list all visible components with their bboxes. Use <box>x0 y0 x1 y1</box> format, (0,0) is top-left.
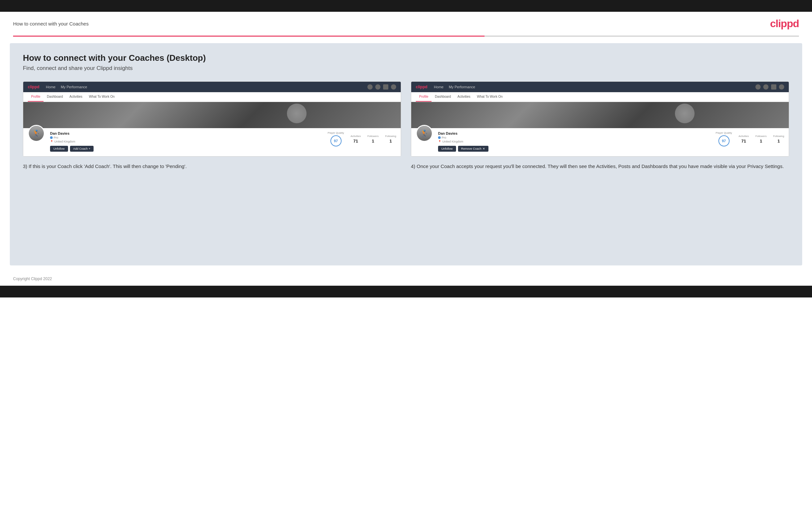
settings-icon-2[interactable] <box>771 84 776 90</box>
user-icon-2[interactable] <box>763 84 768 90</box>
screenshot-2-container: clippd Home My Performance Profile <box>411 81 789 170</box>
header-title: How to connect with your Coaches <box>13 21 89 26</box>
mock-hero-1 <box>23 102 401 128</box>
mock-nav-icons-2 <box>755 84 784 90</box>
mock-hero-img-2 <box>411 102 789 128</box>
settings-icon-1[interactable] <box>383 84 388 90</box>
unfollow-button-1[interactable]: Unfollow <box>50 146 68 152</box>
caption-1: 3) If this is your Coach click 'Add Coac… <box>23 163 401 170</box>
globe-icon-1[interactable] <box>391 84 396 90</box>
mock-stat-folg-label-1: Following <box>385 135 396 137</box>
mock-stat-folg-label-2: Following <box>773 135 784 137</box>
mock-stat-followers-2: Followers 1 <box>755 135 766 144</box>
mock-avatar-inner-2: 🏌 <box>417 126 432 141</box>
mock-stat-activities-2: Activities 71 <box>739 135 749 144</box>
logo: clippd <box>770 18 799 30</box>
mock-profile-location-2: 📍 United Kingdom <box>438 140 711 143</box>
mock-profile-badge-text-1: Pro <box>54 136 58 139</box>
mock-profile-buttons-1: Unfollow Add Coach + <box>50 146 322 152</box>
mock-stat-followers-1: Followers 1 <box>367 135 378 144</box>
page-subheading: Find, connect and share your Clippd insi… <box>23 65 789 71</box>
footer: Copyright Clippd 2022 <box>0 272 812 286</box>
mock-profile-name-2: Dan Davies <box>438 131 711 135</box>
user-icon-1[interactable] <box>375 84 380 90</box>
tab-activities-1[interactable]: Activities <box>66 92 85 102</box>
mock-hero-2 <box>411 102 789 128</box>
mock-stat-pq-value-1: 97 <box>331 135 342 147</box>
mock-nav-links-1: Home My Performance <box>46 85 87 89</box>
mock-nav-links-2: Home My Performance <box>434 85 475 89</box>
mock-profile-location-text-1: United Kingdom <box>54 140 75 143</box>
unfollow-button-2[interactable]: Unfollow <box>438 146 456 152</box>
mock-stat-act-value-1: 71 <box>350 138 361 144</box>
mock-stat-activities-1: Activities 71 <box>350 135 361 144</box>
mock-profile-badge-1: Pro <box>50 136 322 139</box>
mock-nav-home-1[interactable]: Home <box>46 85 55 89</box>
tab-profile-1[interactable]: Profile <box>28 92 44 102</box>
tab-what-to-work-on-1[interactable]: What To Work On <box>86 92 118 102</box>
mock-stat-fol-value-2: 1 <box>755 138 766 144</box>
mock-stat-act-label-2: Activities <box>739 135 749 137</box>
add-coach-button-1[interactable]: Add Coach + <box>70 146 94 152</box>
mock-stat-act-value-2: 71 <box>739 138 749 144</box>
screenshot-1-container: clippd Home My Performance Profile <box>23 81 401 170</box>
mock-stat-fol-label-1: Followers <box>367 135 378 137</box>
mock-profile-buttons-2: Unfollow Remove Coach ✕ <box>438 146 711 152</box>
tab-dashboard-2[interactable]: Dashboard <box>432 92 454 102</box>
search-icon-2[interactable] <box>755 84 761 90</box>
header-divider <box>13 36 799 37</box>
caption-2: 4) Once your Coach accepts your request … <box>411 163 789 170</box>
remove-coach-button[interactable]: Remove Coach ✕ <box>458 146 489 152</box>
mock-stat-player-quality-2: Player Quality 97 <box>716 131 732 147</box>
mock-avatar-1: 🏌 <box>28 125 45 142</box>
mock-stat-fol-label-2: Followers <box>755 135 766 137</box>
add-coach-icon-1: + <box>89 147 90 150</box>
header: How to connect with your Coaches clippd <box>0 12 812 36</box>
copyright: Copyright Clippd 2022 <box>13 277 52 281</box>
globe-icon-2[interactable] <box>779 84 784 90</box>
mock-profile-badge-text-2: Pro <box>442 136 446 139</box>
mock-stat-pq-label-2: Player Quality <box>716 131 732 134</box>
tab-activities-2[interactable]: Activities <box>454 92 473 102</box>
mock-tabs-2: Profile Dashboard Activities What To Wor… <box>411 92 789 102</box>
mock-nav-performance-1[interactable]: My Performance <box>61 85 87 89</box>
mock-stat-player-quality-1: Player Quality 97 <box>328 131 344 147</box>
mock-stat-following-1: Following 1 <box>385 135 396 144</box>
location-icon-1: 📍 <box>50 140 53 143</box>
mock-stats-1: Player Quality 97 Activities 71 Follower… <box>328 131 396 147</box>
mock-nav-performance-2[interactable]: My Performance <box>449 85 475 89</box>
mock-stat-act-label-1: Activities <box>350 135 361 137</box>
mock-browser-1: clippd Home My Performance Profile <box>23 81 401 157</box>
mock-profile-section-1: 🏌 Dan Davies Pro 📍 United Kingdom <box>23 128 401 156</box>
mock-profile-badge-2: Pro <box>438 136 711 139</box>
mock-tabs-1: Profile Dashboard Activities What To Wor… <box>23 92 401 102</box>
mock-profile-section-2: 🏌 Dan Davies Pro 📍 United Kingdom <box>411 128 789 156</box>
tab-profile-2[interactable]: Profile <box>416 92 432 102</box>
add-coach-label-1: Add Coach <box>73 147 88 150</box>
mock-browser-2: clippd Home My Performance Profile <box>411 81 789 157</box>
page-heading: How to connect with your Coaches (Deskto… <box>23 53 789 63</box>
mock-avatar-inner-1: 🏌 <box>29 126 44 141</box>
mock-stat-following-2: Following 1 <box>773 135 784 144</box>
remove-coach-icon: ✕ <box>483 147 485 150</box>
mock-nav-1: clippd Home My Performance <box>23 82 401 92</box>
mock-profile-info-1: Dan Davies Pro 📍 United Kingdom Unfollow <box>50 131 322 152</box>
mock-profile-location-text-2: United Kingdom <box>442 140 463 143</box>
screenshots-row: clippd Home My Performance Profile <box>23 81 789 170</box>
mock-nav-2: clippd Home My Performance <box>411 82 789 92</box>
search-icon-1[interactable] <box>367 84 373 90</box>
tab-dashboard-1[interactable]: Dashboard <box>44 92 66 102</box>
mock-nav-home-2[interactable]: Home <box>434 85 443 89</box>
remove-coach-label: Remove Coach <box>461 147 481 150</box>
mock-stat-folg-value-1: 1 <box>385 138 396 144</box>
mock-logo-2: clippd <box>416 84 427 89</box>
mock-stat-folg-value-2: 1 <box>773 138 784 144</box>
pro-badge-icon-2 <box>438 136 441 139</box>
mock-stat-fol-value-1: 1 <box>367 138 378 144</box>
mock-avatar-2: 🏌 <box>416 125 433 142</box>
main-content: How to connect with your Coaches (Deskto… <box>10 43 802 266</box>
mock-logo-1: clippd <box>28 84 39 89</box>
tab-what-to-work-on-2[interactable]: What To Work On <box>474 92 506 102</box>
top-bar <box>0 0 812 12</box>
mock-stat-pq-label-1: Player Quality <box>328 131 344 134</box>
